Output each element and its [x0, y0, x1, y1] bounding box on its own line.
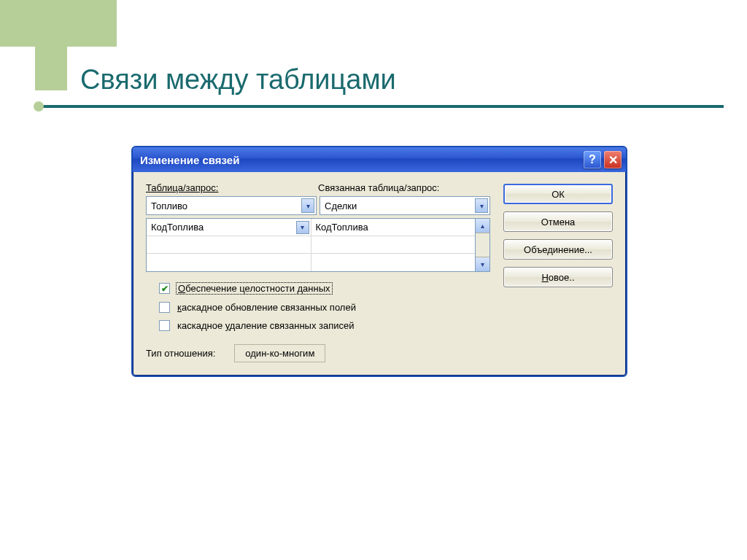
- join-type-button[interactable]: Объединение...: [503, 239, 613, 260]
- scroll-down-icon[interactable]: ▾: [476, 257, 489, 271]
- slide-title: Связи между таблицами: [80, 64, 396, 96]
- cascade-delete-label: каскадное удаление связанных записей: [176, 320, 356, 331]
- fields-grid[interactable]: КодТоплива ▾ КодТоплива: [146, 218, 476, 272]
- column-headers: Таблица/запрос: Связанная таблица/запрос…: [146, 182, 490, 193]
- slide-divider-knob: [34, 101, 44, 112]
- fields-grid-wrap: КодТоплива ▾ КодТоплива: [146, 218, 490, 272]
- enforce-integrity-label: Обеспечение целостности данных: [176, 282, 333, 295]
- help-icon: ?: [589, 153, 596, 166]
- slide-divider: [38, 105, 724, 108]
- grid-cell-right[interactable]: [311, 236, 476, 253]
- relationship-type-value: один-ко-многим: [234, 344, 325, 362]
- relationship-type-label: Тип отношения:: [146, 348, 215, 359]
- checkbox-box[interactable]: [159, 302, 170, 313]
- enforce-integrity-checkbox[interactable]: ✔ Обеспечение целостности данных: [159, 282, 490, 295]
- close-button[interactable]: ✕: [604, 151, 622, 168]
- grid-cell-left[interactable]: [147, 236, 311, 253]
- related-table-combo[interactable]: Сделки ▾: [320, 196, 490, 215]
- checkbox-group: ✔ Обеспечение целостности данных каскадн…: [159, 282, 490, 331]
- dialog-buttons-column: ОК Отмена Объединение... Новое..: [503, 182, 613, 362]
- dialog-body: Таблица/запрос: Связанная таблица/запрос…: [133, 172, 626, 376]
- table-query-label: Таблица/запрос:: [146, 182, 318, 193]
- cancel-button[interactable]: Отмена: [503, 211, 613, 232]
- ok-button[interactable]: ОК: [503, 184, 613, 204]
- cascade-delete-checkbox[interactable]: каскадное удаление связанных записей: [159, 320, 490, 331]
- chevron-down-icon[interactable]: ▾: [301, 198, 314, 213]
- create-new-button[interactable]: Новое..: [503, 267, 613, 287]
- dialog-left-column: Таблица/запрос: Связанная таблица/запрос…: [146, 182, 490, 362]
- related-table-combo-value: Сделки: [325, 201, 475, 211]
- grid-cell-left[interactable]: [147, 254, 311, 271]
- grid-row[interactable]: КодТоплива ▾ КодТоплива: [147, 219, 475, 236]
- table-combo[interactable]: Топливо ▾: [146, 196, 317, 215]
- grid-row[interactable]: [147, 236, 475, 254]
- chevron-down-icon[interactable]: ▾: [296, 221, 309, 234]
- close-icon: ✕: [608, 153, 618, 167]
- cascade-update-label: каскадное обновление связанных полей: [176, 302, 357, 313]
- chevron-down-icon[interactable]: ▾: [475, 198, 488, 213]
- related-table-query-label: Связанная таблица/запрос:: [318, 182, 490, 193]
- table-combo-value: Топливо: [151, 201, 301, 211]
- edit-relationships-dialog: Изменение связей ? ✕ Таблица/запрос: Свя…: [131, 146, 627, 377]
- scroll-track[interactable]: [476, 233, 489, 257]
- help-button[interactable]: ?: [584, 151, 601, 168]
- dialog-title: Изменение связей: [140, 154, 239, 166]
- grid-cell-value: КодТоплива: [316, 222, 474, 233]
- grid-cell-right[interactable]: КодТоплива: [311, 219, 476, 236]
- dialog-titlebar[interactable]: Изменение связей ? ✕: [133, 147, 626, 172]
- grid-cell-right[interactable]: [311, 254, 476, 271]
- cascade-update-checkbox[interactable]: каскадное обновление связанных полей: [159, 302, 490, 313]
- grid-scrollbar[interactable]: ▴ ▾: [476, 218, 490, 272]
- slide-corner-decoration-inner: [35, 0, 67, 90]
- scroll-up-icon[interactable]: ▴: [476, 219, 489, 233]
- checkbox-box[interactable]: [159, 320, 170, 331]
- relationship-type-row: Тип отношения: один-ко-многим: [146, 344, 490, 362]
- grid-cell-left[interactable]: КодТоплива ▾: [147, 219, 311, 236]
- grid-row[interactable]: [147, 254, 475, 271]
- grid-cell-value: КодТоплива: [151, 222, 296, 233]
- checkbox-box[interactable]: ✔: [159, 283, 170, 294]
